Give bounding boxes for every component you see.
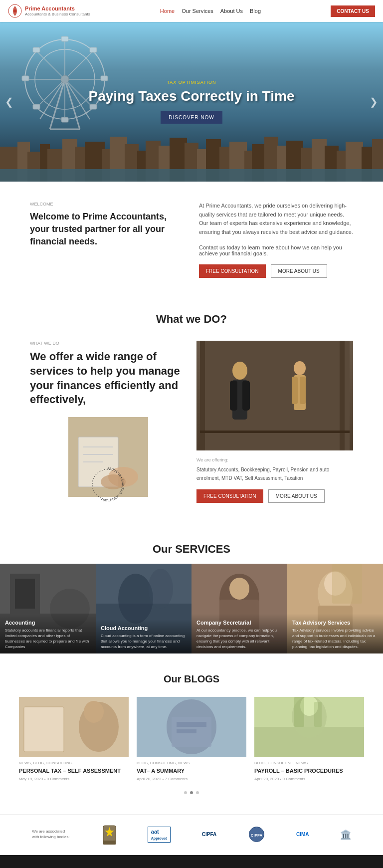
service-card-cloud[interactable]: Cloud Accounting Cloud accounting is a f… (96, 564, 192, 653)
people-image (196, 341, 353, 450)
services-left: WHAT WE DO We offer a wide range of serv… (30, 341, 187, 503)
our-services-title: Our SERVICES (10, 543, 373, 556)
welcome-desc: At Prime Accountants, we pride ourselves… (199, 202, 353, 236)
blog-dot-1[interactable] (190, 791, 193, 794)
our-services-section: Our SERVICES (0, 523, 383, 564)
svg-point-21 (61, 75, 69, 83)
nav-services[interactable]: Our Services (182, 8, 213, 14)
hero-title: Paying Taxes Correctly in Time (89, 88, 295, 105)
partner-uf-logo: 🏛️ (340, 829, 351, 840)
blog-title-1[interactable]: VAT– A SUMMARY (137, 767, 246, 774)
service-card-tax-title: Tax Advisory Services (292, 620, 378, 626)
nav-blog[interactable]: Blog (250, 8, 261, 14)
hero-content: TAX OPTIMISATION Paying Taxes Correctly … (89, 80, 295, 124)
svg-text:CIPFA: CIPFA (250, 833, 262, 838)
circular-text-icon: ABOUT US • ABOUT US • ABOUT US • (90, 467, 125, 502)
logo-sub: Accountants & Business Consultants (25, 12, 90, 16)
blog-pagination (15, 791, 368, 794)
svg-rect-17 (33, 47, 40, 52)
svg-rect-19 (90, 47, 97, 52)
services-more-about-button[interactable]: MORE ABOUT US (268, 489, 325, 503)
logo-name: Prime Accountants (25, 5, 90, 12)
blog-card-0: NEWS, BLOG, CONSULTING PERSONAL TAX – SE… (19, 697, 129, 781)
svg-point-1 (13, 9, 16, 12)
svg-rect-20 (33, 104, 40, 109)
blogs-highlight: BLOGS (184, 673, 219, 684)
hero-prev-arrow[interactable]: ❮ (5, 96, 13, 108)
offering-list: Statutory Accounts, Bookkeeping, Payroll… (196, 465, 353, 482)
blogs-section: Our BLOGS NEWS, BLOG, CONSULTING PERSONA… (0, 653, 383, 814)
partner-coat-of-arms (101, 825, 118, 845)
services-image-container: ABOUT US • ABOUT US • ABOUT US • (30, 417, 187, 497)
services-desc: We offer a wide range of services to hel… (30, 350, 187, 407)
service-card-secretarial-overlay: Company Secretarial At our accountancy p… (192, 614, 287, 654)
hero-next-arrow[interactable]: ❯ (370, 96, 378, 108)
svg-rect-13 (61, 36, 68, 41)
what-we-do-title: What we DO? (10, 313, 373, 326)
partner-aat-logo: aatApproved (148, 827, 171, 843)
svg-point-72 (294, 361, 306, 375)
service-card-accounting-overlay: Accounting Statutory accounts are financ… (0, 614, 96, 654)
svg-rect-64 (200, 341, 350, 450)
partner-cipfa-logo: CIPFA (200, 830, 218, 839)
partners-section: We are associated with following bodies:… (0, 814, 383, 855)
blog-card-1: BLOG, CONSULTING, NEWS VAT– A SUMMARY Ap… (137, 697, 246, 781)
service-card-accounting[interactable]: Accounting Statutory accounts are financ… (0, 564, 96, 653)
partner-cipfa-icon: CIPFA (248, 826, 265, 843)
contact-button[interactable]: CONTACT US (331, 5, 375, 17)
blog-title-2[interactable]: PAYROLL – BASIC PROCEDURES (254, 767, 364, 774)
blog-tag-2: BLOG, CONSULTING, NEWS (254, 761, 364, 765)
service-card-tax[interactable]: Tax Advisory Services Tax Advisory servi… (287, 564, 383, 653)
blog-dot-0[interactable] (184, 791, 187, 794)
svg-rect-78 (15, 579, 35, 609)
nav-about[interactable]: About Us (220, 8, 243, 14)
svg-rect-14 (61, 117, 68, 122)
blog-title-0[interactable]: PERSONAL TAX – SELF ASSESSMENT (19, 767, 129, 774)
svg-rect-107 (294, 697, 304, 727)
svg-point-84 (148, 569, 173, 609)
svg-point-83 (118, 574, 153, 624)
svg-rect-93 (332, 564, 362, 604)
svg-rect-111 (103, 841, 116, 845)
blog-image-1 (137, 697, 246, 757)
blog-card-2: BLOG, CONSULTING, NEWS PAYROLL – BASIC P… (254, 697, 364, 781)
service-card-secretarial[interactable]: Company Secretarial At our accountancy p… (192, 564, 287, 653)
service-card-tax-overlay: Tax Advisory Services Tax Advisory servi… (287, 614, 383, 654)
svg-rect-108 (314, 702, 322, 727)
partner-text: We are associated with following bodies: (32, 829, 72, 840)
services-free-consultation-button[interactable]: FREE CONSULTATION (196, 489, 263, 503)
hero-section: TAX OPTIMISATION Paying Taxes Correctly … (0, 22, 383, 182)
partner-cima-logo: CIMA (294, 830, 311, 839)
navbar: Prime Accountants Accountants & Business… (0, 0, 383, 22)
services-grid: Accounting Statutory accounts are financ… (0, 564, 383, 653)
services-right: We are offering: Statutory Accounts, Boo… (196, 341, 353, 503)
hero-tag: TAX OPTIMISATION (89, 80, 295, 85)
service-card-secretarial-desc: At our accountancy practice, we can help… (196, 628, 282, 650)
blog-date-0: May 19, 2023 • 0 Comments (19, 777, 129, 781)
welcome-tag: WELCOME (30, 202, 184, 207)
discover-button[interactable]: DISCOVER NOW (161, 111, 222, 124)
blogs-grid: NEWS, BLOG, CONSULTING PERSONAL TAX – SE… (15, 697, 368, 781)
blog-tag-0: NEWS, BLOG, CONSULTING (19, 761, 129, 765)
blog-tag-1: BLOG, CONSULTING, NEWS (137, 761, 246, 765)
welcome-title: Welcome to Prime Accountants, your trust… (30, 211, 184, 248)
footer: Working Hours Mon-Fri: 10 AM – 6 PM Sat … (0, 855, 383, 868)
logo-icon (8, 4, 22, 18)
logo: Prime Accountants Accountants & Business… (8, 4, 90, 18)
what-we-do-highlight: DO? (203, 313, 226, 325)
welcome-right: At Prime Accountants, we pride ourselves… (199, 202, 353, 278)
blog-dot-2[interactable] (196, 791, 199, 794)
welcome-contact: Contact us today to learn more about how… (199, 244, 353, 256)
blog-date-2: April 20, 2023 • 0 Comments (254, 777, 364, 781)
blog-date-1: April 20, 2023 • 7 Comments (137, 777, 246, 781)
welcome-left: WELCOME Welcome to Prime Accountants, yo… (30, 202, 184, 278)
service-card-tax-desc: Tax Advisory services involve providing … (292, 628, 378, 650)
free-consultation-button[interactable]: FREE CONSULTATION (199, 264, 266, 278)
service-card-secretarial-title: Company Secretarial (196, 620, 282, 626)
partners-inner: We are associated with following bodies:… (20, 825, 363, 845)
svg-rect-95 (24, 707, 64, 752)
nav-home[interactable]: Home (160, 8, 175, 14)
more-about-us-button[interactable]: MORE ABOUT US (271, 264, 327, 278)
services-preview: WHAT WE DO We offer a wide range of serv… (0, 331, 383, 523)
service-card-cloud-overlay: Cloud Accounting Cloud accounting is a f… (96, 619, 192, 654)
